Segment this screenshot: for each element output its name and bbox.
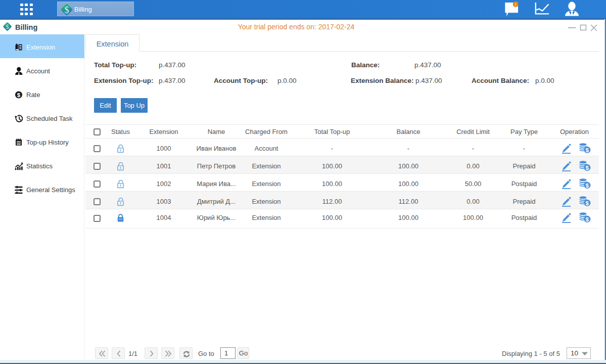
svg-text:$: $	[586, 147, 589, 153]
svg-text:$: $	[586, 200, 589, 206]
svg-text:$: $	[64, 5, 69, 15]
svg-text:$: $	[586, 216, 589, 222]
svg-text:$: $	[586, 165, 589, 171]
svg-text:$: $	[586, 183, 589, 189]
svg-text:$: $	[17, 92, 21, 98]
svg-text:!: !	[515, 2, 517, 7]
